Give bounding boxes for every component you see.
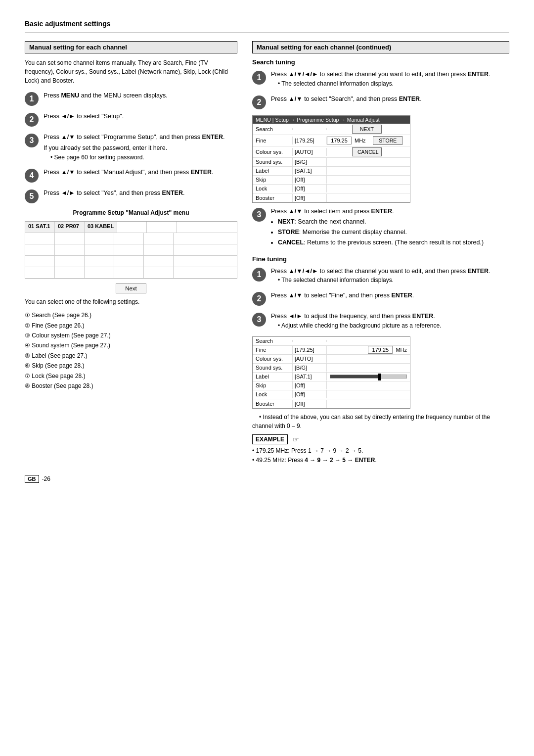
grid-cell-3-6 [174, 256, 203, 267]
menu-title-bar-search: MENU | Setup → Programme Setup → Manual … [253, 116, 410, 124]
step-1-text: Press MENU and the MENU screen displays. [44, 91, 237, 100]
fine-menu-right-fine: 179.25 MHz [327, 346, 410, 354]
grid-cell-4-4 [114, 267, 144, 278]
menu-key-label: Label [253, 167, 292, 175]
fine-menu-row-sound: Sound sys. [B/G] [253, 364, 410, 373]
next-menu-button[interactable]: NEXT [352, 125, 382, 134]
grid-header-2: 02 PR07 [55, 222, 85, 233]
grid-cell-1-1 [25, 233, 55, 244]
numbered-list: ① Search (See page 26.) ② Fine (See page… [25, 310, 237, 391]
step-2-text: Press ◄/► to select "Setup". [44, 112, 237, 121]
list-item-5-text: ⑤ Label (See page 27.) [25, 351, 87, 361]
example-row: EXAMPLE ☞ [252, 434, 509, 444]
menu-row-label: Label [SAT.1] [253, 167, 410, 176]
fine-tuning-title: Fine tuning [252, 255, 509, 263]
below-grid-text: You can select one of the following sett… [25, 298, 237, 305]
grid-cell-2-5 [144, 244, 174, 255]
grid-cell-4-5 [144, 267, 174, 278]
freq-slider-fill [330, 375, 380, 378]
fine-menu-row-skip: Skip [Off] [253, 381, 410, 390]
freq-slider [330, 375, 407, 378]
grid-header-5 [147, 222, 177, 233]
list-item-4: ④ Sound system (See page 27.) [25, 340, 237, 350]
fine-step-1-number: 1 [252, 268, 266, 282]
list-item-4-text: ④ Sound system (See page 27.) [25, 340, 110, 350]
menu-row-fine: Fine [179.25] 179.25 MHz STORE [253, 135, 410, 146]
fine-menu-key-search: Search [253, 337, 292, 345]
menu-val-colour: [AUTO] [292, 148, 327, 156]
grid-cell-1-3 [85, 233, 114, 244]
fine-menu-val-sound: [B/G] [292, 364, 327, 372]
grid-title: Programme Setup "Manual Adjust" menu [25, 209, 237, 216]
step-5-text: Press ◄/► to select "Yes", and then pres… [44, 189, 237, 198]
list-item-6-text: ⑥ Skip (See page 28.) [25, 361, 84, 371]
grid-cell-2-3 [85, 244, 114, 255]
example-line-2: • 49.25 MHz: Press 4 → 9 → 2 → 5 → ENTER… [252, 456, 509, 465]
grid-row-1 [25, 233, 237, 244]
below-fine-bullet-text: Instead of the above, you can also set b… [252, 414, 490, 429]
fine-step-2: 2 Press ▲/▼ to select "Fine", and then p… [252, 291, 509, 306]
fine-menu-key-lock: Lock [253, 390, 292, 398]
left-column: Manual setting for each channel You can … [25, 41, 237, 465]
menu-key-search: Search [253, 125, 292, 133]
search-step-3-number: 3 [252, 208, 266, 222]
list-item-7-text: ⑦ Lock (See page 28.) [25, 371, 85, 381]
store-menu-button[interactable]: STORE [373, 136, 402, 145]
grid-cell-3-5 [144, 256, 174, 267]
step-5: 5 Press ◄/► to select "Yes", and then pr… [25, 189, 237, 203]
next-button[interactable]: Next [116, 284, 146, 293]
step-3: 3 Press ▲/▼ to select "Programme Setup",… [25, 133, 237, 162]
grid-cell-2-1 [25, 244, 55, 255]
fine-menu-row-booster: Booster [Off] [253, 399, 410, 408]
fine-menu-val-colour: [AUTO] [292, 355, 327, 363]
page-number: -26 [42, 475, 50, 482]
fine-menu-val-lock: [Off] [292, 390, 327, 398]
step-4-text: Press ▲/▼ to select "Manual Adjust", and… [44, 168, 237, 177]
menu-row-lock: Lock [Off] [253, 185, 410, 193]
basic-adjustment-title: Basic adjustment settings [25, 20, 509, 28]
fine-menu-key-booster: Booster [253, 400, 292, 408]
grid-row-3 [25, 256, 237, 267]
grid-header-row: 01 SAT.1 02 PR07 03 KABEL [25, 222, 237, 233]
step-3-number: 3 [25, 134, 39, 147]
menu-right-colour: CANCEL [327, 146, 410, 157]
grid-cell-2-6 [174, 244, 203, 255]
list-item-8: ⑧ Booster (See page 28.) [25, 381, 237, 391]
grid-row-4 [25, 267, 237, 278]
list-item-7: ⑦ Lock (See page 28.) [25, 371, 237, 381]
search-step-2: 2 Press ▲/▼ to select "Search", and then… [252, 94, 509, 109]
search-step-2-text: Press ▲/▼ to select "Search", and then p… [271, 94, 509, 104]
search-step-2-number: 2 [252, 95, 266, 109]
menu-val-booster: [Off] [292, 194, 327, 202]
search-step-3: 3 Press ▲/▼ to select item and press ENT… [252, 207, 509, 248]
fine-menu-row-fine: Fine [179.25] 179.25 MHz [253, 346, 410, 355]
grid-cell-3-1 [25, 256, 55, 267]
step-3-text: Press ▲/▼ to select "Programme Setup", a… [44, 133, 237, 162]
example-text: • 179.25 MHz: Press 1 → 7 → 9 → 2 → 5. •… [252, 446, 509, 465]
page-header: Basic adjustment settings [25, 20, 509, 33]
search-tuning-title: Search tuning [252, 58, 509, 66]
right-section-box: Manual setting for each channel (continu… [252, 41, 509, 53]
grid-cell-3-3 [85, 256, 114, 267]
fine-menu-row-colour: Colour sys. [AUTO] [253, 355, 410, 364]
cancel-menu-button[interactable]: CANCEL [352, 147, 382, 156]
below-fine-menu-bullet: Instead of the above, you can also set b… [252, 413, 509, 430]
menu-val-skip: [Off] [292, 176, 327, 184]
grid-cell-2-2 [55, 244, 85, 255]
intro-text: You can set some channel items manually.… [25, 58, 237, 85]
fine-menu-key-skip: Skip [253, 381, 292, 389]
grid-row-2 [25, 244, 237, 256]
search-step-1-number: 1 [252, 71, 266, 85]
grid-header-1: 01 SAT.1 [25, 222, 55, 233]
step-2: 2 Press ◄/► to select "Setup". [25, 112, 237, 127]
grid-header-4 [117, 222, 147, 233]
fine-step-3-number: 3 [252, 313, 266, 327]
fine-menu-val-skip: [Off] [292, 381, 327, 389]
step-2-number: 2 [25, 113, 39, 127]
search-step-3-text: Press ▲/▼ to select item and press ENTER… [271, 207, 509, 248]
menu-val-sound: [B/G] [292, 158, 327, 166]
menu-row-sound: Sound sys. [B/G] [253, 158, 410, 167]
example-label: EXAMPLE [252, 434, 288, 444]
grid-cell-3-2 [55, 256, 85, 267]
grid-cell-2-4 [114, 244, 144, 255]
